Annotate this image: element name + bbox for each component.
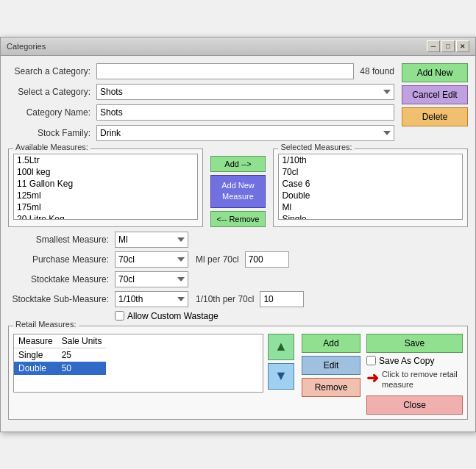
content-area: Search a Category: 48 found Select a Cat…	[1, 56, 475, 432]
per-70cl-label: 1/10th per 70cl	[196, 294, 254, 304]
retail-table-wrapper: Measure Sale Units Single 25 Double	[13, 334, 263, 393]
save-as-copy-checkbox[interactable]	[366, 356, 376, 365]
close-button[interactable]: ✕	[456, 40, 469, 52]
list-item[interactable]: 20 Litre Keg	[14, 213, 197, 220]
stocktake-measure-label: Stocktake Measure:	[8, 274, 115, 284]
custom-wastage-checkbox[interactable]	[115, 311, 124, 321]
selected-measures-group: Selected Measures: 1/10th 70cl Case 6 Do…	[273, 148, 468, 227]
top-row: Search a Category: 48 found Select a Cat…	[8, 63, 468, 146]
select-category-dropdown[interactable]: Shots	[96, 84, 394, 100]
remove-from-selected-button[interactable]: <-- Remove	[210, 211, 266, 227]
measures-section: Available Measures: 1.5Ltr 100l keg 11 G…	[8, 148, 468, 227]
retail-content: Measure Sale Units Single 25 Double	[13, 334, 463, 415]
form-area: Search a Category: 48 found Select a Cat…	[8, 63, 394, 146]
add-to-selected-button[interactable]: Add -->	[210, 156, 266, 172]
measure-col-header: Measure	[14, 334, 57, 348]
table-row[interactable]: Double 50	[14, 362, 106, 375]
available-measures-list[interactable]: 1.5Ltr 100l keg 11 Gallon Keg 125ml 175m…	[13, 154, 198, 220]
retail-table: Measure Sale Units Single 25 Double	[14, 334, 106, 375]
reorder-buttons: ▲ ▼	[263, 334, 299, 390]
custom-wastage-label: Allow Custom Wastage	[127, 311, 219, 321]
save-button[interactable]: Save	[366, 334, 463, 353]
list-item[interactable]: 70cl	[279, 166, 462, 178]
smallest-measure-row: Smallest Measure: Ml 1/10th 70cl	[8, 232, 468, 248]
smallest-measure-label: Smallest Measure:	[8, 234, 115, 245]
move-up-button[interactable]: ▲	[268, 334, 294, 360]
tooltip-text: Click to remove retail measure	[382, 369, 463, 390]
right-action-buttons: Add New Cancel Edit Delete	[402, 63, 468, 126]
measure-cell: Single	[14, 348, 57, 362]
list-item[interactable]: Single	[279, 213, 462, 220]
stock-family-row: Stock Family: Drink	[8, 125, 394, 141]
measure-cell: Double	[14, 362, 57, 375]
retail-edit-button[interactable]: Edit	[302, 356, 360, 375]
arrow-icon: ➜	[366, 369, 379, 387]
retail-measures-label: Retail Measures:	[13, 320, 79, 329]
retail-measures-section: Retail Measures: Measure Sale Units	[8, 326, 468, 420]
list-item[interactable]: 100l keg	[14, 166, 197, 178]
stocktake-measure-row: Stocktake Measure: 70cl Ml	[8, 271, 468, 287]
move-down-button[interactable]: ▼	[268, 363, 294, 390]
purchase-measure-dropdown[interactable]: 70cl Ml	[115, 251, 188, 268]
stocktake-measure-dropdown[interactable]: 70cl Ml	[115, 271, 188, 287]
sale-units-col-header: Sale Units	[57, 334, 107, 348]
list-item[interactable]: 1.5Ltr	[14, 154, 197, 166]
cancel-edit-button[interactable]: Cancel Edit	[402, 85, 468, 104]
search-row: Search a Category: 48 found	[8, 63, 394, 79]
title-bar: Categories ─ □ ✕	[1, 37, 475, 56]
ml-per-70cl-label: Ml per 70cl	[196, 254, 239, 265]
custom-wastage-row: Allow Custom Wastage	[115, 311, 468, 321]
list-item[interactable]: 11 Gallon Keg	[14, 178, 197, 190]
category-name-input[interactable]	[96, 104, 394, 121]
add-new-button[interactable]: Add New	[402, 63, 468, 82]
stock-family-dropdown[interactable]: Drink	[96, 125, 394, 141]
list-item[interactable]: Case 6	[279, 178, 462, 190]
stocktake-sub-measure-dropdown[interactable]: 1/10th Ml 70cl	[115, 291, 188, 307]
close-button[interactable]: Close	[366, 395, 463, 415]
search-input[interactable]	[96, 63, 354, 79]
retail-remove-button[interactable]: Remove	[302, 378, 360, 397]
delete-button[interactable]: Delete	[402, 107, 468, 126]
selected-measures-label: Selected Measures:	[278, 143, 354, 151]
sale-units-cell: 25	[57, 348, 107, 362]
category-name-label: Category Name:	[8, 107, 96, 118]
minimize-button[interactable]: ─	[427, 40, 440, 52]
sale-units-cell: 50	[57, 362, 107, 375]
search-label: Search a Category:	[8, 66, 96, 76]
tooltip-area: ➜ Click to remove retail measure	[366, 369, 463, 390]
ml-per-70cl-input[interactable]	[245, 251, 289, 268]
available-measures-label: Available Measures:	[13, 143, 90, 151]
per-70cl-input[interactable]	[260, 291, 304, 307]
list-item[interactable]: Ml	[279, 201, 462, 213]
stocktake-sub-measure-row: Stocktake Sub-Measure: 1/10th Ml 70cl 1/…	[8, 291, 468, 307]
available-measures-group: Available Measures: 1.5Ltr 100l keg 11 G…	[8, 148, 203, 227]
save-as-copy-row: Save As Copy	[366, 356, 463, 366]
stocktake-sub-measure-label: Stocktake Sub-Measure:	[8, 294, 115, 304]
list-item[interactable]: 1/10th	[279, 154, 462, 166]
smallest-measure-dropdown[interactable]: Ml 1/10th 70cl	[115, 232, 188, 248]
found-count: 48 found	[360, 66, 394, 76]
select-category-label: Select a Category:	[8, 87, 96, 97]
add-new-measure-button[interactable]: Add NewMeasure	[210, 175, 266, 208]
main-window: Categories ─ □ ✕ Search a Category: 48 f…	[0, 37, 476, 432]
save-as-copy-label: Save As Copy	[379, 356, 434, 366]
table-row[interactable]: Single 25	[14, 348, 106, 362]
transfer-buttons: Add --> Add NewMeasure <-- Remove	[206, 156, 271, 227]
right-panel: Save Save As Copy ➜ Click to remove reta…	[366, 334, 463, 415]
list-item[interactable]: Double	[279, 190, 462, 201]
stock-family-label: Stock Family:	[8, 128, 96, 138]
retail-action-buttons: Add Edit Remove	[302, 334, 360, 397]
window-controls: ─ □ ✕	[427, 40, 469, 52]
purchase-measure-row: Purchase Measure: 70cl Ml Ml per 70cl	[8, 251, 468, 268]
list-item[interactable]: 175ml	[14, 201, 197, 213]
maximize-button[interactable]: □	[441, 40, 455, 52]
selected-measures-list[interactable]: 1/10th 70cl Case 6 Double Ml Single	[278, 154, 463, 220]
category-name-row: Category Name:	[8, 104, 394, 121]
list-item[interactable]: 125ml	[14, 190, 197, 201]
purchase-measure-label: Purchase Measure:	[8, 254, 115, 265]
select-category-row: Select a Category: Shots	[8, 84, 394, 100]
retail-add-button[interactable]: Add	[302, 334, 360, 353]
window-title: Categories	[7, 42, 46, 51]
